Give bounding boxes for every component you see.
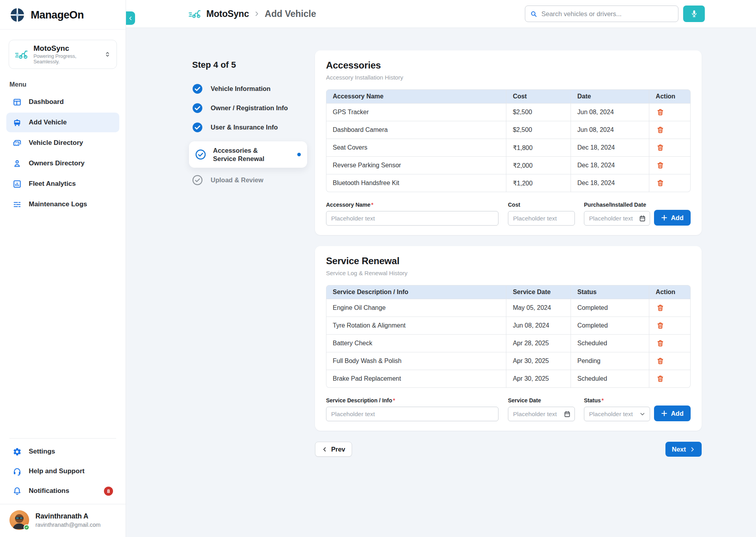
search-icon <box>530 10 537 18</box>
col-service-description: Service Description / Info <box>326 285 506 299</box>
delete-row-button[interactable] <box>656 356 665 366</box>
delete-row-button[interactable] <box>656 107 665 117</box>
sidebar-item-vehicle-directory[interactable]: Vehicle Directory <box>6 133 119 153</box>
delete-row-button[interactable] <box>656 339 665 348</box>
service-description-input[interactable] <box>326 407 498 421</box>
plus-icon <box>661 410 667 417</box>
sidebar-nav: Dashboard Add Vehicle Vehicle Directory … <box>0 92 126 214</box>
sidebar-item-settings[interactable]: Settings <box>9 442 116 461</box>
stepper-title: Step 4 of 5 <box>192 60 307 70</box>
delete-row-button[interactable] <box>656 374 665 383</box>
online-status-icon <box>24 524 30 530</box>
sidebar-footer-nav: Settings Help and Support Notifications … <box>9 438 116 504</box>
chevron-down-icon <box>639 411 646 417</box>
delete-row-button[interactable] <box>656 125 665 135</box>
table-header-row: Accessory Name Cost Date Action <box>326 89 691 104</box>
step-label: User & Insurance Info <box>211 124 278 131</box>
sidebar-item-owners-directory[interactable]: Owners Directory <box>6 154 119 173</box>
user-email: ravinthranath@gmail.com <box>35 522 100 528</box>
plus-icon <box>661 215 667 221</box>
delete-row-button[interactable] <box>656 161 665 170</box>
trash-icon <box>656 161 664 169</box>
sidebar-item-add-vehicle[interactable]: Add Vehicle <box>6 113 119 132</box>
voice-search-button[interactable] <box>683 6 705 22</box>
cell-accessory-name: Dashboard Camera <box>326 121 506 139</box>
cell-date: Dec 18, 2024 <box>571 139 649 157</box>
cell-date: Jun 08, 2024 <box>571 104 649 121</box>
delete-row-button[interactable] <box>656 303 665 313</box>
sidebar-item-help-support[interactable]: Help and Support <box>9 461 116 481</box>
dashboard-icon <box>13 98 22 107</box>
step-owner-registration[interactable]: Owner / Registration Info <box>189 103 307 113</box>
cell-service-description: Battery Check <box>326 335 506 352</box>
check-circle-outline-icon <box>195 149 206 160</box>
bar-chart-icon <box>13 180 22 189</box>
step-upload-review[interactable]: Upload & Review <box>189 175 307 185</box>
person-icon <box>13 159 22 168</box>
trash-icon <box>656 108 664 116</box>
service-renewal-table: Service Description / Info Service Date … <box>326 285 691 388</box>
sidebar-item-label: Maintenance Logs <box>29 200 87 208</box>
sidebar-item-notifications[interactable]: Notifications 8 <box>9 481 116 501</box>
add-service-button[interactable]: Add <box>654 406 691 421</box>
sidebar-collapse-button[interactable] <box>126 11 135 25</box>
breadcrumb: MotoSync Add Vehicle <box>188 8 316 19</box>
sidebar-item-label: Settings <box>29 448 55 456</box>
check-circle-filled-icon <box>192 83 203 94</box>
sidebar-item-fleet-analytics[interactable]: Fleet Analytics <box>6 174 119 194</box>
next-button[interactable]: Next <box>665 442 702 457</box>
step-user-insurance[interactable]: User & Insurance Info <box>189 122 307 133</box>
check-circle-outline-gray-icon <box>192 175 203 185</box>
sidebar-item-label: Notifications <box>29 487 69 495</box>
sidebar-item-dashboard[interactable]: Dashboard <box>6 92 119 112</box>
sidebar-item-maintenance-logs[interactable]: Maintenance Logs <box>6 194 119 214</box>
user-profile[interactable]: Ravinthranath A ravinthranath@gmail.com <box>0 504 126 537</box>
accessory-date-label: Purchase/Installed Date <box>584 202 650 208</box>
step-accessories-service-renewal-active[interactable]: Accessories & Service Renewal <box>189 141 307 168</box>
chevron-left-icon <box>322 446 328 452</box>
sidebar-item-label: Owners Directory <box>29 159 85 167</box>
add-accessory-button[interactable]: Add <box>654 210 691 226</box>
col-status: Status <box>571 285 649 299</box>
cell-status: Scheduled <box>571 335 649 352</box>
cell-service-description: Engine Oil Change <box>326 299 506 317</box>
motosync-scooter-icon <box>188 8 202 19</box>
accessory-date-field[interactable] <box>584 211 650 226</box>
cell-status: Completed <box>571 299 649 317</box>
trash-icon <box>656 126 664 134</box>
workspace-switcher[interactable]: MotoSync Powering Progress, Seamlessly. <box>9 40 117 69</box>
breadcrumb-product[interactable]: MotoSync <box>206 9 249 19</box>
delete-row-button[interactable] <box>656 143 665 152</box>
service-status-select[interactable]: Placeholder text <box>584 407 650 421</box>
microphone-icon <box>690 9 698 18</box>
table-row: Battery Check Apr 28, 2025 Scheduled <box>326 335 691 352</box>
delete-row-button[interactable] <box>656 321 665 330</box>
col-service-date: Service Date <box>506 285 571 299</box>
service-date-label: Service Date <box>508 397 575 404</box>
sidebar-item-label: Fleet Analytics <box>29 180 76 188</box>
calendar-icon <box>639 215 646 222</box>
trash-icon <box>656 179 664 187</box>
accessory-cost-label: Cost <box>508 202 575 208</box>
sidebar-item-label: Dashboard <box>29 98 64 106</box>
accessory-name-input[interactable] <box>326 211 498 226</box>
cell-service-description: Full Body Wash & Polish <box>326 352 506 370</box>
accessory-name-label: Accessory Name <box>326 202 371 208</box>
service-date-field[interactable] <box>508 407 575 421</box>
accessories-title: Accessories <box>326 60 691 71</box>
topbar: MotoSync Add Vehicle <box>126 0 756 28</box>
trash-icon <box>656 322 664 330</box>
delete-row-button[interactable] <box>656 178 665 188</box>
cell-cost: ₹1,200 <box>506 174 571 192</box>
search-input[interactable] <box>541 10 673 18</box>
cell-accessory-name: Bluetooth Handsfree Kit <box>326 174 506 192</box>
step-vehicle-information[interactable]: Vehicle Information <box>189 83 307 94</box>
cell-service-date: Apr 30, 2025 <box>506 370 571 388</box>
check-circle-filled-icon <box>192 122 203 133</box>
required-marker: * <box>393 397 395 404</box>
chevron-up-down-icon <box>104 51 111 58</box>
prev-button[interactable]: Prev <box>315 442 352 457</box>
service-renewal-card: Service Renewal Service Log & Renewal Hi… <box>315 246 702 431</box>
accessory-cost-input[interactable] <box>508 211 575 226</box>
calendar-icon <box>563 410 571 418</box>
